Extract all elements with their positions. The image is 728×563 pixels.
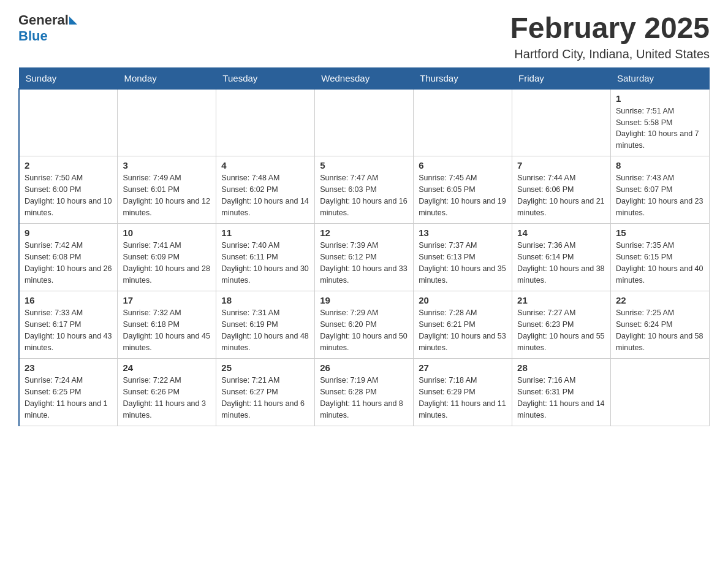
calendar-day: 8Sunrise: 7:43 AMSunset: 6:07 PMDaylight… (611, 156, 710, 224)
day-header-monday: Monday (118, 67, 216, 89)
day-header-wednesday: Wednesday (315, 67, 414, 89)
day-number: 25 (221, 362, 309, 373)
day-number: 18 (221, 295, 309, 305)
calendar-day: 3Sunrise: 7:49 AMSunset: 6:01 PMDaylight… (118, 156, 216, 224)
day-number: 20 (419, 295, 507, 305)
day-info: Sunrise: 7:50 AMSunset: 6:00 PMDaylight:… (25, 172, 112, 218)
page-header: General Blue February 2025 Hartford City… (18, 12, 710, 61)
calendar-day: 1Sunrise: 7:51 AMSunset: 5:58 PMDaylight… (611, 89, 710, 156)
day-info: Sunrise: 7:27 AMSunset: 6:23 PMDaylight:… (517, 307, 605, 353)
day-number: 1 (616, 93, 704, 104)
day-info: Sunrise: 7:29 AMSunset: 6:20 PMDaylight:… (320, 307, 408, 353)
day-info: Sunrise: 7:44 AMSunset: 6:06 PMDaylight:… (517, 172, 605, 218)
logo-blue-text: Blue (18, 28, 48, 44)
day-info: Sunrise: 7:16 AMSunset: 6:31 PMDaylight:… (517, 375, 605, 421)
logo-general-text: General (18, 12, 69, 28)
calendar-day: 6Sunrise: 7:45 AMSunset: 6:05 PMDaylight… (414, 156, 512, 224)
day-header-friday: Friday (512, 67, 611, 89)
day-number: 4 (221, 160, 309, 170)
calendar-day: 5Sunrise: 7:47 AMSunset: 6:03 PMDaylight… (315, 156, 414, 224)
day-number: 17 (123, 295, 211, 305)
calendar-day: 26Sunrise: 7:19 AMSunset: 6:28 PMDayligh… (315, 359, 414, 426)
day-number: 26 (320, 362, 408, 373)
day-number: 9 (25, 228, 112, 238)
day-info: Sunrise: 7:32 AMSunset: 6:18 PMDaylight:… (123, 307, 211, 353)
calendar-day: 20Sunrise: 7:28 AMSunset: 6:21 PMDayligh… (414, 291, 512, 359)
calendar-day (216, 89, 315, 156)
day-header-sunday: Sunday (19, 67, 118, 89)
day-header-thursday: Thursday (414, 67, 512, 89)
calendar-day (118, 89, 216, 156)
calendar-day: 25Sunrise: 7:21 AMSunset: 6:27 PMDayligh… (216, 359, 315, 426)
day-number: 5 (320, 160, 408, 170)
location-subtitle: Hartford City, Indiana, United States (510, 47, 710, 61)
day-info: Sunrise: 7:39 AMSunset: 6:12 PMDaylight:… (320, 240, 408, 286)
calendar-day (414, 89, 512, 156)
calendar-day (19, 89, 118, 156)
day-number: 2 (25, 160, 112, 170)
day-info: Sunrise: 7:51 AMSunset: 5:58 PMDaylight:… (616, 105, 704, 151)
calendar-day: 12Sunrise: 7:39 AMSunset: 6:12 PMDayligh… (315, 224, 414, 291)
calendar-day: 2Sunrise: 7:50 AMSunset: 6:00 PMDaylight… (19, 156, 118, 224)
day-info: Sunrise: 7:45 AMSunset: 6:05 PMDaylight:… (419, 172, 507, 218)
calendar-day: 28Sunrise: 7:16 AMSunset: 6:31 PMDayligh… (512, 359, 611, 426)
day-info: Sunrise: 7:42 AMSunset: 6:08 PMDaylight:… (25, 240, 112, 286)
days-of-week-row: SundayMondayTuesdayWednesdayThursdayFrid… (19, 67, 710, 89)
day-number: 10 (123, 228, 211, 238)
calendar-day: 4Sunrise: 7:48 AMSunset: 6:02 PMDaylight… (216, 156, 315, 224)
day-info: Sunrise: 7:35 AMSunset: 6:15 PMDaylight:… (616, 240, 704, 286)
calendar-day (512, 89, 611, 156)
calendar-week-3: 9Sunrise: 7:42 AMSunset: 6:08 PMDaylight… (19, 224, 710, 291)
calendar-day: 13Sunrise: 7:37 AMSunset: 6:13 PMDayligh… (414, 224, 512, 291)
day-number: 28 (517, 362, 605, 373)
calendar-body: 1Sunrise: 7:51 AMSunset: 5:58 PMDaylight… (19, 89, 710, 426)
day-number: 12 (320, 228, 408, 238)
day-header-tuesday: Tuesday (216, 67, 315, 89)
day-number: 19 (320, 295, 408, 305)
calendar-day: 15Sunrise: 7:35 AMSunset: 6:15 PMDayligh… (611, 224, 710, 291)
day-number: 23 (25, 362, 112, 373)
title-section: February 2025 Hartford City, Indiana, Un… (510, 12, 710, 61)
day-info: Sunrise: 7:28 AMSunset: 6:21 PMDaylight:… (419, 307, 507, 353)
day-info: Sunrise: 7:48 AMSunset: 6:02 PMDaylight:… (221, 172, 309, 218)
day-info: Sunrise: 7:25 AMSunset: 6:24 PMDaylight:… (616, 307, 704, 353)
calendar-day: 10Sunrise: 7:41 AMSunset: 6:09 PMDayligh… (118, 224, 216, 291)
calendar-week-1: 1Sunrise: 7:51 AMSunset: 5:58 PMDaylight… (19, 89, 710, 156)
calendar-day: 18Sunrise: 7:31 AMSunset: 6:19 PMDayligh… (216, 291, 315, 359)
calendar-week-5: 23Sunrise: 7:24 AMSunset: 6:25 PMDayligh… (19, 359, 710, 426)
month-title: February 2025 (510, 12, 710, 45)
day-number: 6 (419, 160, 507, 170)
calendar-day: 14Sunrise: 7:36 AMSunset: 6:14 PMDayligh… (512, 224, 611, 291)
calendar-day (611, 359, 710, 426)
day-number: 27 (419, 362, 507, 373)
day-number: 7 (517, 160, 605, 170)
day-number: 22 (616, 295, 704, 305)
day-number: 24 (123, 362, 211, 373)
logo: General Blue (18, 12, 78, 44)
day-info: Sunrise: 7:49 AMSunset: 6:01 PMDaylight:… (123, 172, 211, 218)
day-info: Sunrise: 7:41 AMSunset: 6:09 PMDaylight:… (123, 240, 211, 286)
day-number: 13 (419, 228, 507, 238)
day-number: 11 (221, 228, 309, 238)
day-number: 14 (517, 228, 605, 238)
day-info: Sunrise: 7:40 AMSunset: 6:11 PMDaylight:… (221, 240, 309, 286)
calendar-day: 19Sunrise: 7:29 AMSunset: 6:20 PMDayligh… (315, 291, 414, 359)
day-number: 16 (25, 295, 112, 305)
calendar-day: 22Sunrise: 7:25 AMSunset: 6:24 PMDayligh… (611, 291, 710, 359)
calendar-day: 7Sunrise: 7:44 AMSunset: 6:06 PMDaylight… (512, 156, 611, 224)
day-info: Sunrise: 7:18 AMSunset: 6:29 PMDaylight:… (419, 375, 507, 421)
day-number: 8 (616, 160, 704, 170)
calendar-day: 16Sunrise: 7:33 AMSunset: 6:17 PMDayligh… (19, 291, 118, 359)
logo-triangle-icon (69, 17, 77, 25)
day-info: Sunrise: 7:37 AMSunset: 6:13 PMDaylight:… (419, 240, 507, 286)
day-info: Sunrise: 7:36 AMSunset: 6:14 PMDaylight:… (517, 240, 605, 286)
calendar-table: SundayMondayTuesdayWednesdayThursdayFrid… (18, 67, 710, 427)
calendar-week-2: 2Sunrise: 7:50 AMSunset: 6:00 PMDaylight… (19, 156, 710, 224)
calendar-day: 17Sunrise: 7:32 AMSunset: 6:18 PMDayligh… (118, 291, 216, 359)
calendar-day: 24Sunrise: 7:22 AMSunset: 6:26 PMDayligh… (118, 359, 216, 426)
calendar-week-4: 16Sunrise: 7:33 AMSunset: 6:17 PMDayligh… (19, 291, 710, 359)
calendar-day (315, 89, 414, 156)
day-info: Sunrise: 7:24 AMSunset: 6:25 PMDaylight:… (25, 375, 112, 421)
day-header-saturday: Saturday (611, 67, 710, 89)
day-info: Sunrise: 7:33 AMSunset: 6:17 PMDaylight:… (25, 307, 112, 353)
